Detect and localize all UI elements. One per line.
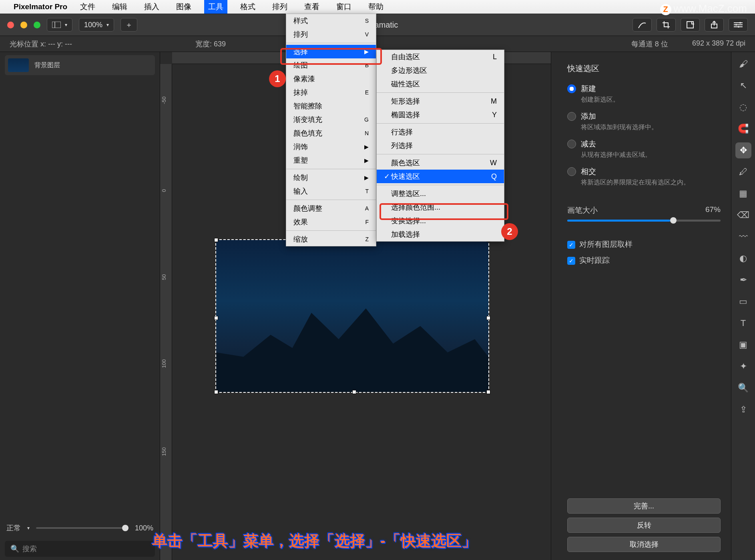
refine-button[interactable]: 完善...: [567, 498, 721, 514]
submenu-item-调整选区...[interactable]: 调整选区...: [377, 187, 504, 200]
brush-icon[interactable]: 🖌: [735, 56, 751, 72]
add-button[interactable]: ＋: [120, 18, 137, 32]
live-tracking-checkbox[interactable]: ✓实时跟踪: [567, 255, 721, 266]
menu-item-排列[interactable]: 排列V: [286, 28, 376, 41]
menu-窗口[interactable]: 窗口: [332, 0, 355, 14]
menu-工具[interactable]: 工具: [204, 0, 227, 14]
menu-item-重塑[interactable]: 重塑▶: [286, 154, 376, 167]
menu-编辑[interactable]: 编辑: [108, 0, 131, 14]
layer-search[interactable]: 🔍 搜索: [5, 541, 155, 557]
submenu-item-椭圆选择[interactable]: 椭圆选择Y: [377, 108, 504, 122]
sample-all-layers-checkbox[interactable]: ✓对所有图层取样: [567, 239, 721, 250]
text-icon[interactable]: T: [735, 315, 751, 331]
app-name[interactable]: Pixelmator Pro: [14, 2, 67, 11]
submenu-item-颜色选区[interactable]: 颜色选区W: [377, 156, 504, 170]
traffic-light-min[interactable]: [20, 22, 27, 28]
submenu-item-加载选择[interactable]: 加载选择: [377, 228, 504, 241]
menu-item-渐变填充[interactable]: 渐变填充G: [286, 113, 376, 126]
panel-toggle-button[interactable]: [729, 18, 748, 32]
menu-文件[interactable]: 文件: [76, 0, 99, 14]
selection-mode-0[interactable]: 新建创建新选区。: [567, 84, 721, 104]
search-icon[interactable]: 🔍: [735, 380, 751, 396]
share-icon[interactable]: ⇪: [735, 402, 751, 418]
menu-item-缩放[interactable]: 缩放Z: [286, 232, 376, 246]
svg-point-7: [739, 22, 741, 24]
ruler-vertical: -50050100150: [160, 64, 172, 560]
selection-mode-2[interactable]: 减去从现有选择中减去区域。: [567, 139, 721, 159]
export-button[interactable]: [681, 18, 700, 32]
brush-tool-button[interactable]: [633, 18, 652, 32]
submenu-item-行选择[interactable]: 行选择: [377, 125, 504, 139]
opacity-slider[interactable]: [36, 527, 129, 529]
quick-select-icon[interactable]: ✥: [735, 142, 751, 158]
paint-icon[interactable]: 🖊: [735, 164, 751, 180]
brush-size-slider[interactable]: [567, 220, 721, 222]
share-button[interactable]: [705, 18, 724, 32]
menu-排列[interactable]: 排列: [268, 0, 291, 14]
svg-rect-2: [687, 22, 693, 28]
layers-panel: 背景图层 正常 ▾ 100% 🔍 搜索: [0, 52, 160, 560]
invert-button[interactable]: 反转: [567, 518, 721, 533]
menu-item-智能擦除[interactable]: 智能擦除: [286, 99, 376, 113]
menu-格式[interactable]: 格式: [236, 0, 259, 14]
sidebar-toggle[interactable]: ▾: [47, 18, 72, 32]
menu-item-颜色填充[interactable]: 颜色填充N: [286, 126, 376, 140]
eraser-icon[interactable]: ⌫: [735, 207, 751, 223]
annotation-badge-2: 2: [501, 223, 518, 240]
panel-title: 快速选区: [567, 63, 721, 74]
quick-selection-panel: 快速选区 新建创建新选区。添加将区域添加到现有选择中。减去从现有选择中减去区域。…: [551, 52, 731, 560]
selection-mode-3[interactable]: 相交将新选区的界限限定在现有选区之内。: [567, 166, 721, 187]
menu-图像[interactable]: 图像: [172, 0, 195, 14]
layer-name: 背景图层: [34, 61, 60, 70]
selection-mode-1[interactable]: 添加将区域添加到现有选择中。: [567, 111, 721, 132]
chevron-down-icon: ▾: [27, 525, 30, 531]
submenu-item-列选择[interactable]: 列选择: [377, 139, 504, 152]
menu-查看[interactable]: 查看: [300, 0, 323, 14]
menu-插入[interactable]: 插入: [140, 0, 163, 14]
tool-strip: 🖌↖◌🧲✥🖊▦⌫〰◐✒▭T▣✦🔍⇪: [731, 52, 755, 560]
submenu-item-自由选区[interactable]: 自由选区L: [377, 50, 504, 64]
traffic-light-close[interactable]: [7, 22, 14, 28]
zoom-selector[interactable]: 100%▾: [79, 18, 114, 32]
rect-icon[interactable]: ▭: [735, 294, 751, 310]
menu-item-润饰[interactable]: 润饰▶: [286, 140, 376, 154]
annotation-badge-1: 1: [269, 70, 286, 87]
menu-item-绘制[interactable]: 绘制▶: [286, 171, 376, 184]
menu-item-效果[interactable]: 效果F: [286, 215, 376, 229]
window-toolbar: ▾ 100%▾ ＋ ramatic: [0, 14, 755, 36]
opacity-value: 100%: [135, 524, 153, 532]
menu-item-输入[interactable]: 输入T: [286, 184, 376, 198]
submenu-item-矩形选择[interactable]: 矩形选择M: [377, 94, 504, 108]
submenu-item-多边形选区[interactable]: 多边形选区: [377, 64, 504, 77]
color-icon[interactable]: ◐: [735, 250, 751, 266]
svg-rect-0: [52, 22, 61, 28]
deselect-button[interactable]: 取消选择: [567, 537, 721, 552]
cursor-position: 光标位置 x: --- y: ---: [10, 39, 72, 49]
annotation-highlight-1: [280, 48, 382, 65]
instruction-caption: 单击「工具」菜单，选择「选择」-「快速选区」: [152, 531, 477, 551]
menu-item-抹掉[interactable]: 抹掉E: [286, 86, 376, 99]
svg-point-9: [738, 26, 739, 28]
swatch-icon[interactable]: ▣: [735, 337, 751, 353]
magnet-icon[interactable]: 🧲: [735, 121, 751, 137]
submenu-item-快速选区[interactable]: ✓快速选区Q: [377, 170, 504, 183]
crop-tool-button[interactable]: [657, 18, 676, 32]
menu-帮助[interactable]: 帮助: [364, 0, 388, 14]
dimensions: 692 x 389 72 dpi: [692, 39, 745, 49]
marquee-icon[interactable]: ◌: [735, 99, 751, 115]
canvas-image[interactable]: [216, 240, 488, 392]
menu-item-颜色调整[interactable]: 颜色调整A: [286, 202, 376, 215]
menu-item-样式[interactable]: 样式S: [286, 14, 376, 28]
pen-icon[interactable]: ✒: [735, 272, 751, 288]
menubar: Pixelmator Pro 文件编辑插入图像工具格式排列查看窗口帮助: [0, 0, 755, 14]
search-icon: 🔍: [10, 544, 19, 553]
blend-mode-select[interactable]: 正常: [6, 523, 21, 533]
menu-item-像素漆[interactable]: 像素漆: [286, 72, 376, 86]
sparkle-icon[interactable]: ✦: [735, 358, 751, 374]
cursor-icon[interactable]: ↖: [735, 78, 751, 94]
traffic-light-max[interactable]: [34, 22, 40, 28]
gradient-icon[interactable]: ▦: [735, 186, 751, 202]
submenu-item-磁性选区[interactable]: 磁性选区: [377, 77, 504, 91]
layer-row[interactable]: 背景图层: [5, 55, 155, 75]
smudge-icon[interactable]: 〰: [735, 229, 751, 245]
